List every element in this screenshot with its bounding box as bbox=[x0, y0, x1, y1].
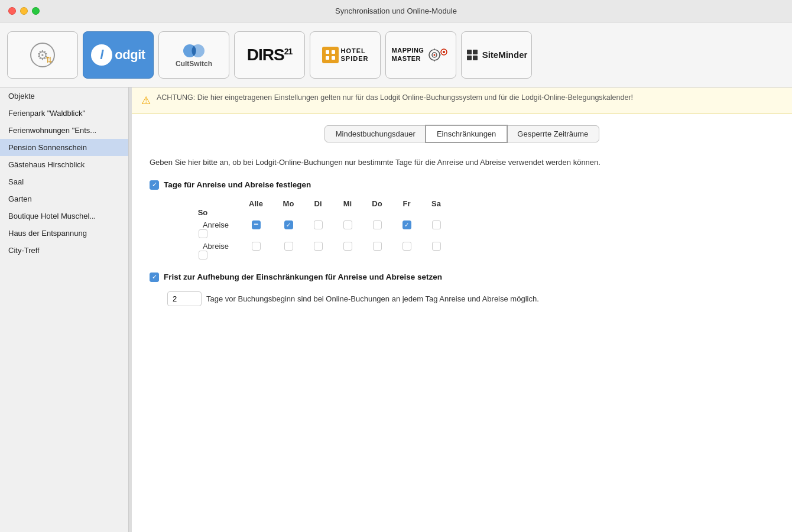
anreise-label: Anreise bbox=[167, 220, 238, 229]
frist-section: ✓ Frist zur Aufhebung der Einschränkunge… bbox=[150, 273, 774, 306]
close-button[interactable] bbox=[8, 7, 16, 15]
col-mi: Mi bbox=[333, 199, 362, 208]
frist-checkbox[interactable]: ✓ bbox=[150, 273, 159, 282]
abreise-fr-checkbox[interactable] bbox=[403, 242, 411, 251]
dirs-logo: DIRS21 bbox=[247, 46, 292, 64]
frist-days-input[interactable] bbox=[167, 291, 202, 306]
svg-rect-5 bbox=[326, 50, 329, 54]
abreise-label: Abreise bbox=[167, 242, 238, 251]
traffic-lights bbox=[8, 7, 40, 15]
content-area: ⚠ ACHTUNG: Die hier eingetragenen Einste… bbox=[132, 87, 792, 532]
toolbar-btn-cultswitch[interactable]: CultSwitch bbox=[158, 31, 229, 79]
svg-text:⇅: ⇅ bbox=[46, 55, 53, 64]
col-so: So bbox=[167, 208, 238, 217]
lodgit-logo: l odgit bbox=[91, 44, 145, 66]
svg-rect-18 bbox=[467, 50, 472, 54]
svg-rect-20 bbox=[467, 56, 472, 60]
warning-banner: ⚠ ACHTUNG: Die hier eingetragenen Einste… bbox=[132, 87, 792, 113]
frist-label[interactable]: Frist zur Aufhebung der Einschränkungen … bbox=[164, 273, 442, 281]
toolbar-btn-settings[interactable]: ⚙ ⇅ bbox=[7, 31, 78, 79]
toolbar-btn-lodgit[interactable]: l odgit bbox=[83, 31, 154, 79]
abreise-row: Abreise bbox=[167, 242, 774, 259]
minimize-button[interactable] bbox=[20, 7, 28, 15]
anreise-fr-checkbox[interactable]: ✓ bbox=[403, 220, 411, 229]
sidebar-item-boutique[interactable]: Boutique Hotel Muschel... bbox=[0, 207, 128, 225]
toolbar-btn-mappingmaster[interactable]: MAPPING MASTER bbox=[385, 31, 456, 79]
hotelspider-icon bbox=[322, 47, 339, 63]
abreise-mi-checkbox[interactable] bbox=[343, 242, 352, 251]
warning-icon: ⚠ bbox=[141, 94, 151, 107]
hotelspider-logo: HOTEL SPIDER bbox=[322, 47, 369, 63]
tab-bar: Mindestbuchungsdauer Einschränkungen Ges… bbox=[132, 113, 792, 148]
toolbar: ⚙ ⇅ l odgit CultSwitch DIRS21 bbox=[0, 22, 792, 87]
siteminder-icon bbox=[466, 48, 479, 61]
warning-text: ACHTUNG: Die hier eingetragenen Einstell… bbox=[157, 93, 633, 102]
anreise-mi-checkbox[interactable] bbox=[343, 220, 352, 229]
col-alle: Alle bbox=[238, 199, 274, 208]
svg-rect-6 bbox=[332, 50, 335, 54]
abreise-sa-checkbox[interactable] bbox=[432, 242, 441, 251]
frist-section-header: ✓ Frist zur Aufhebung der Einschränkunge… bbox=[150, 273, 774, 282]
main-container: Objekte Ferienpark "Waldblick" Ferienwoh… bbox=[0, 87, 792, 532]
svg-point-11 bbox=[434, 54, 436, 56]
anreise-alle-checkbox[interactable]: − bbox=[252, 220, 261, 229]
abreise-alle-checkbox[interactable] bbox=[252, 242, 261, 251]
svg-rect-8 bbox=[332, 56, 335, 60]
tab-einschraenkungen[interactable]: Einschränkungen bbox=[426, 125, 507, 142]
col-sa: Sa bbox=[421, 199, 451, 208]
tab-mindestbuchungsdauer[interactable]: Mindestbuchungsdauer bbox=[324, 125, 427, 142]
cultswitch-icon bbox=[181, 42, 206, 60]
tab-gesperrte-zeitraeume[interactable]: Gesperrte Zeiträume bbox=[506, 125, 599, 142]
abreise-so-checkbox[interactable] bbox=[199, 251, 207, 259]
content-body: Geben Sie hier bitte an, ob bei Lodgit-O… bbox=[132, 148, 792, 314]
anreise-sa-checkbox[interactable] bbox=[432, 220, 441, 229]
description-text: Geben Sie hier bitte an, ob bei Lodgit-O… bbox=[150, 157, 774, 168]
days-header-row: Alle Mo Di Mi Do Fr Sa So bbox=[167, 199, 774, 217]
toolbar-btn-dirs[interactable]: DIRS21 bbox=[234, 31, 305, 79]
window-title: Synchronisation und Online-Module bbox=[335, 7, 457, 15]
col-do: Do bbox=[362, 199, 392, 208]
abreise-di-checkbox[interactable] bbox=[314, 242, 323, 251]
frist-days-text: Tage vor Buchungsbeginn sind bei Online-… bbox=[206, 294, 539, 303]
gear-arrows-icon: ⚙ ⇅ bbox=[28, 40, 57, 70]
svg-rect-21 bbox=[473, 56, 478, 60]
toolbar-btn-hotelspider[interactable]: HOTEL SPIDER bbox=[310, 31, 381, 79]
sidebar-item-objekte[interactable]: Objekte bbox=[0, 87, 128, 105]
abreise-mo-checkbox[interactable] bbox=[284, 242, 293, 251]
sidebar-item-haus[interactable]: Haus der Entspannung bbox=[0, 225, 128, 242]
mappingmaster-icon bbox=[429, 46, 450, 64]
anreise-so-checkbox[interactable] bbox=[199, 229, 207, 238]
col-di: Di bbox=[303, 199, 333, 208]
anreise-di-checkbox[interactable] bbox=[314, 220, 323, 229]
titlebar: Synchronisation und Online-Module bbox=[0, 0, 792, 22]
sidebar-item-citytreff[interactable]: City-Treff bbox=[0, 242, 128, 259]
col-fr: Fr bbox=[392, 199, 421, 208]
anreise-do-checkbox[interactable] bbox=[373, 220, 382, 229]
sidebar-item-saal[interactable]: Saal bbox=[0, 173, 128, 190]
sidebar-item-gaestehaus[interactable]: Gästehaus Hirschblick bbox=[0, 156, 128, 173]
cultswitch-logo: CultSwitch bbox=[176, 42, 212, 68]
anreise-row: Anreise − ✓ bbox=[167, 220, 774, 238]
toolbar-btn-siteminder[interactable]: SiteMinder bbox=[461, 31, 532, 79]
tage-section-header: ✓ Tage für Anreise und Abreise festlegen bbox=[150, 180, 774, 190]
sidebar: Objekte Ferienpark "Waldblick" Ferienwoh… bbox=[0, 87, 129, 532]
svg-rect-7 bbox=[326, 56, 329, 60]
col-mo: Mo bbox=[274, 199, 303, 208]
tage-checkbox[interactable]: ✓ bbox=[150, 180, 159, 190]
svg-point-13 bbox=[443, 51, 445, 53]
days-grid: Alle Mo Di Mi Do Fr Sa So Anreise − bbox=[167, 199, 774, 259]
tage-label[interactable]: Tage für Anreise und Abreise festlegen bbox=[164, 180, 311, 189]
frist-row: Tage vor Buchungsbeginn sind bei Online-… bbox=[167, 291, 774, 306]
sidebar-item-ferienpark[interactable]: Ferienpark "Waldblick" bbox=[0, 105, 128, 122]
svg-rect-19 bbox=[473, 50, 478, 54]
sidebar-item-garten[interactable]: Garten bbox=[0, 190, 128, 207]
siteminder-logo: SiteMinder bbox=[466, 48, 528, 61]
sidebar-item-pension[interactable]: Pension Sonnenschein bbox=[0, 139, 128, 156]
maximize-button[interactable] bbox=[32, 7, 40, 15]
sidebar-item-ferienwohnungen[interactable]: Ferienwohnungen "Ents... bbox=[0, 122, 128, 139]
abreise-do-checkbox[interactable] bbox=[373, 242, 382, 251]
mappingmaster-logo: MAPPING MASTER bbox=[392, 46, 450, 64]
anreise-mo-checkbox[interactable]: ✓ bbox=[284, 220, 293, 229]
